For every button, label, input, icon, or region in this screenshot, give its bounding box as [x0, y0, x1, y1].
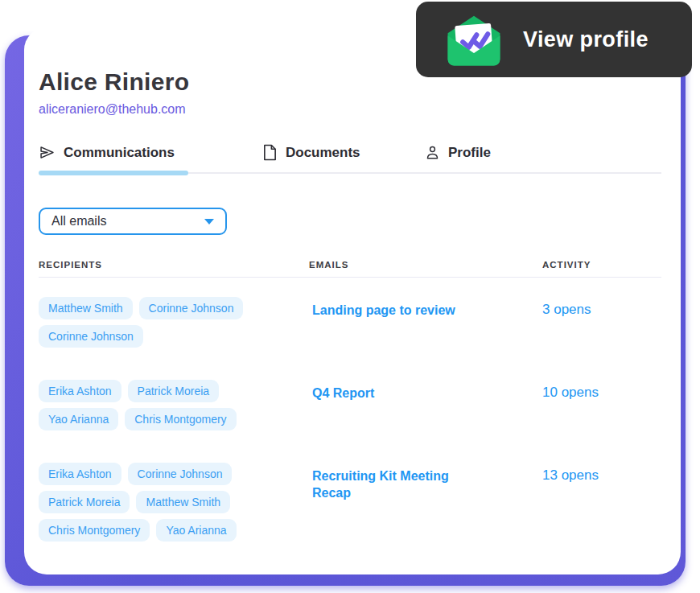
email-cell: Landing page to review — [309, 297, 542, 348]
recipients-cell: Erika AshtonCorinne JohnsonPatrick Morei… — [39, 463, 309, 542]
recipient-chip[interactable]: Chris Montgomery — [39, 519, 150, 542]
email-subject-link[interactable]: Landing page to review — [312, 303, 455, 317]
recipients-cell: Erika AshtonPatrick MoreiaYao AriannaChr… — [39, 380, 309, 430]
tab-label: Documents — [286, 145, 360, 161]
recipient-chip[interactable]: Yao Arianna — [39, 408, 118, 430]
column-header-emails: EMAILS — [309, 260, 542, 270]
tab-label: Communications — [64, 145, 175, 161]
chevron-down-icon — [204, 219, 214, 224]
table-row: Erika AshtonCorinne JohnsonPatrick Morei… — [39, 463, 661, 542]
recipient-chip[interactable]: Corinne Johnson — [39, 325, 143, 348]
tab-bar: Communications Documents Profile — [39, 144, 661, 174]
view-profile-badge[interactable]: View profile — [416, 2, 692, 77]
activity-count: 10 opens — [542, 380, 661, 430]
envelope-check-icon — [443, 12, 505, 67]
recipient-chip[interactable]: Corinne Johnson — [128, 463, 233, 485]
recipient-chip[interactable]: Matthew Smith — [136, 491, 230, 513]
send-icon — [39, 144, 56, 161]
profile-card: Alice Riniero aliceraniero@thehub.com Co… — [24, 27, 681, 574]
table-row: Erika AshtonPatrick MoreiaYao AriannaChr… — [39, 380, 661, 430]
view-profile-label: View profile — [523, 27, 649, 52]
tab-documents[interactable]: Documents — [262, 144, 425, 172]
email-filter-dropdown[interactable]: All emails — [39, 208, 227, 235]
email-subject-link[interactable]: Q4 Report — [312, 386, 374, 400]
table-header-row: RECIPIENTS EMAILS ACTIVITY — [39, 260, 661, 278]
email-subject-link[interactable]: Recruiting Kit Meeting Recap — [312, 469, 449, 500]
recipient-chip[interactable]: Erika Ashton — [39, 380, 121, 402]
column-header-recipients: RECIPIENTS — [39, 260, 309, 270]
email-cell: Recruiting Kit Meeting Recap — [309, 463, 542, 542]
tab-label: Profile — [448, 145, 491, 161]
person-icon — [425, 144, 440, 161]
activity-count: 3 opens — [542, 297, 661, 348]
profile-email: aliceraniero@thehub.com — [39, 102, 661, 117]
tab-profile[interactable]: Profile — [425, 144, 491, 172]
active-tab-underline — [39, 171, 188, 175]
table-body: Matthew SmithCorinne JohnsonCorinne John… — [39, 297, 661, 542]
recipient-chip[interactable]: Yao Arianna — [156, 519, 236, 542]
recipient-chip[interactable]: Erika Ashton — [39, 463, 121, 485]
activity-count: 13 opens — [542, 463, 661, 542]
recipient-chip[interactable]: Chris Montgomery — [125, 408, 236, 430]
recipients-cell: Matthew SmithCorinne JohnsonCorinne John… — [39, 297, 309, 348]
recipient-chip[interactable]: Patrick Moreia — [128, 380, 219, 402]
tab-communications[interactable]: Communications — [39, 144, 262, 172]
document-icon — [262, 144, 278, 161]
table-row: Matthew SmithCorinne JohnsonCorinne John… — [39, 297, 661, 348]
recipient-chip[interactable]: Patrick Moreia — [39, 491, 130, 513]
recipient-chip[interactable]: Matthew Smith — [39, 297, 133, 319]
email-filter-value: All emails — [51, 214, 106, 229]
recipient-chip[interactable]: Corinne Johnson — [139, 297, 244, 319]
column-header-activity: ACTIVITY — [542, 260, 661, 270]
email-cell: Q4 Report — [309, 380, 542, 430]
